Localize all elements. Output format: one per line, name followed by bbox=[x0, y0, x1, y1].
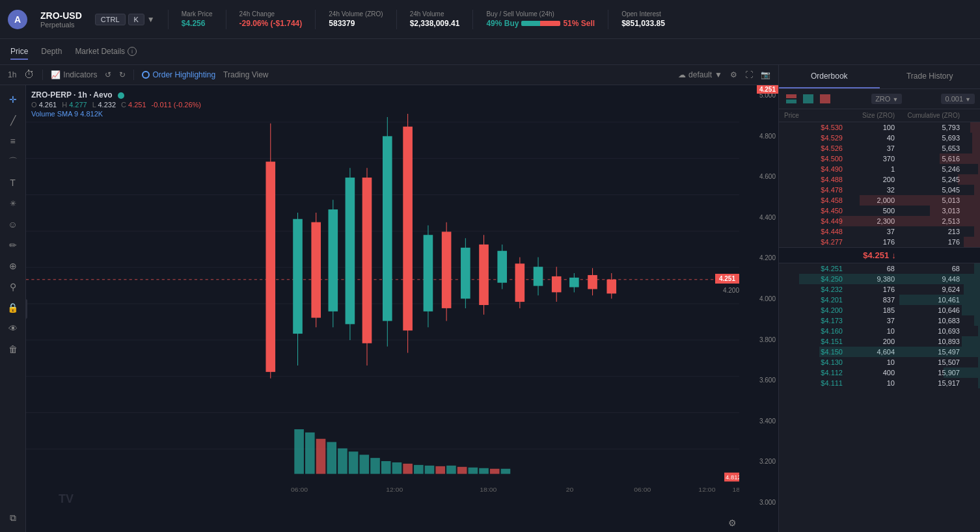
eye-tool[interactable]: 👁 bbox=[4, 319, 22, 338]
ask-row-10[interactable]: $4.4492,3002,513 bbox=[779, 216, 980, 226]
price-level-7: 3.800 bbox=[739, 336, 778, 343]
undo-button[interactable]: ↺ bbox=[105, 70, 111, 79]
ask-bar-12 bbox=[964, 237, 980, 247]
left-tools: ✛ ╱ ≡ ⌒ T ✳ ☺ ✏ ⊕ ⚲ 🔒 👁 🗑 ⧉ bbox=[0, 85, 26, 532]
camera-button[interactable]: 📷 bbox=[761, 70, 770, 79]
bid-row-12[interactable]: $4.1111015,917 bbox=[779, 378, 980, 388]
tab-price[interactable]: Price bbox=[10, 44, 28, 60]
svg-rect-38 bbox=[311, 222, 321, 318]
svg-rect-64 bbox=[552, 276, 562, 292]
ob-view-both[interactable] bbox=[784, 93, 798, 105]
bid-bar-8 bbox=[962, 336, 980, 347]
ohlc-title-row: ZRO-PERP · 1h · Aevo bbox=[31, 90, 201, 101]
tab-bar: Price Depth Market Details i bbox=[0, 39, 980, 65]
svg-rect-23 bbox=[425, 466, 435, 474]
bid-row-7[interactable]: $4.1601010,693 bbox=[779, 326, 980, 336]
zoom-tool[interactable]: ⊕ bbox=[4, 257, 22, 275]
svg-rect-24 bbox=[435, 466, 445, 474]
ask-bar-11 bbox=[974, 226, 980, 237]
chart-content: ZRO-PERP · 1h · Aevo O 4.261 H 4.277 L 4… bbox=[26, 85, 778, 532]
theme-chevron: ▼ bbox=[715, 70, 722, 79]
arc-tool[interactable]: ⌒ bbox=[4, 153, 22, 171]
emoji-tool[interactable]: ☺ bbox=[4, 215, 22, 233]
bid-row-2[interactable]: $4.2509,3809,448 bbox=[779, 274, 980, 284]
ask-row-2[interactable]: $4.529405,693 bbox=[779, 133, 980, 143]
svg-rect-26 bbox=[457, 467, 467, 474]
bid-row-1[interactable]: $4.2516868 bbox=[779, 263, 980, 274]
order-highlighting-button[interactable]: Order Highlighting bbox=[142, 70, 215, 79]
timeframe-icon[interactable]: ⏱ bbox=[24, 69, 34, 81]
ctrl-button[interactable]: CTRL bbox=[95, 14, 126, 25]
fullscreen-button[interactable]: ⛶ bbox=[745, 70, 753, 79]
ask-row-3[interactable]: $4.526375,653 bbox=[779, 143, 980, 153]
bid-row-11[interactable]: $4.11240015,907 bbox=[779, 367, 980, 378]
ob-rows[interactable]: $4.5301005,793 $4.529405,693 $4.526375,6… bbox=[779, 122, 980, 532]
ctrl-box[interactable]: CTRL K ▼ bbox=[95, 14, 155, 25]
svg-text:06:00: 06:00 bbox=[291, 486, 308, 493]
ob-symbol-filter[interactable]: ZRO ▼ bbox=[871, 94, 902, 104]
ask-bar-9 bbox=[930, 206, 980, 216]
bid-row-5[interactable]: $4.20018510,646 bbox=[779, 305, 980, 315]
tab-trade-history[interactable]: Trade History bbox=[880, 65, 981, 88]
ask-row-4[interactable]: $4.5003705,616 bbox=[779, 153, 980, 164]
ask-row-5[interactable]: $4.49015,246 bbox=[779, 164, 980, 174]
svg-rect-21 bbox=[403, 464, 413, 474]
brush-tool[interactable]: ✏ bbox=[4, 236, 22, 254]
ask-row-1[interactable]: $4.5301005,793 bbox=[779, 122, 980, 133]
bid-row-6[interactable]: $4.1733710,683 bbox=[779, 315, 980, 326]
bid-row-9[interactable]: $4.1504,60415,497 bbox=[779, 347, 980, 357]
svg-rect-66 bbox=[569, 278, 579, 287]
volume-sma: Volume SMA 9 4.812K bbox=[31, 110, 201, 118]
layers-tool[interactable]: ⧉ bbox=[4, 509, 22, 527]
magnet-tool[interactable]: ⚲ bbox=[4, 278, 22, 296]
redo-button[interactable]: ↻ bbox=[119, 70, 126, 79]
svg-rect-70 bbox=[606, 280, 616, 294]
symbol-chevron[interactable]: ▼ bbox=[147, 15, 155, 24]
bid-row-10[interactable]: $4.1301015,507 bbox=[779, 357, 980, 367]
line-tool[interactable]: ╱ bbox=[4, 111, 22, 129]
settings-button[interactable]: ⚙ bbox=[730, 70, 737, 79]
svg-rect-48 bbox=[403, 127, 413, 331]
tab-depth[interactable]: Depth bbox=[41, 44, 62, 60]
bid-row-8[interactable]: $4.15120010,893 bbox=[779, 336, 980, 347]
bid-bar-6 bbox=[974, 315, 980, 326]
chart-settings-icon[interactable]: ⚙ bbox=[728, 518, 737, 528]
tab-market-details[interactable]: Market Details i bbox=[75, 44, 137, 60]
ask-row-8[interactable]: $4.4582,0005,013 bbox=[779, 195, 980, 206]
pattern-tool[interactable]: ✳ bbox=[4, 194, 22, 213]
top-bar: A ZRO-USD Perpetuals CTRL K ▼ Mark Price… bbox=[0, 0, 980, 39]
ask-row-12[interactable]: $4.277176176 bbox=[779, 237, 980, 247]
bid-row-4[interactable]: $4.20183710,461 bbox=[779, 295, 980, 305]
delete-tool[interactable]: 🗑 bbox=[4, 340, 22, 358]
ask-row-7[interactable]: $4.478325,045 bbox=[779, 185, 980, 195]
ask-row-9[interactable]: $4.4505003,013 bbox=[779, 206, 980, 216]
theme-button[interactable]: ☁ default ▼ bbox=[678, 70, 722, 79]
ob-tick-size[interactable]: 0.001 ▼ bbox=[941, 94, 975, 104]
lock-tool[interactable]: 🔒 bbox=[4, 299, 22, 317]
svg-text:06:00: 06:00 bbox=[634, 486, 651, 493]
text-tool[interactable]: T bbox=[4, 174, 22, 192]
svg-rect-27 bbox=[469, 468, 478, 474]
indicators-button[interactable]: 📈 Indicators bbox=[51, 70, 97, 79]
candlestick-chart[interactable]: 4.812K bbox=[26, 85, 739, 493]
trading-view-button[interactable]: Trading View bbox=[223, 70, 268, 79]
svg-rect-18 bbox=[370, 458, 380, 473]
panel-tabs: Orderbook Trade History bbox=[779, 65, 980, 89]
ob-view-bids[interactable] bbox=[818, 93, 832, 105]
crosshair-tool[interactable]: ✛ bbox=[4, 90, 22, 109]
svg-rect-79 bbox=[786, 100, 796, 103]
ask-row-11[interactable]: $4.44837213 bbox=[779, 226, 980, 237]
stat-open-interest: Open Interest $851,033.85 bbox=[621, 10, 665, 28]
chart-toolbar: 1h ⏱ 📈 Indicators ↺ ↻ Order Highlighting… bbox=[0, 65, 778, 85]
tab-orderbook[interactable]: Orderbook bbox=[779, 65, 880, 88]
timeframe-button[interactable]: 1h bbox=[8, 70, 16, 79]
lines-tool[interactable]: ≡ bbox=[4, 132, 22, 150]
k-button[interactable]: K bbox=[128, 14, 144, 25]
info-icon: i bbox=[128, 47, 137, 56]
bid-row-3[interactable]: $4.2321769,624 bbox=[779, 284, 980, 295]
svg-rect-40 bbox=[328, 209, 338, 312]
ob-view-asks[interactable] bbox=[801, 93, 815, 105]
divider-1 bbox=[168, 10, 169, 29]
stat-24h-change: 24h Change -29.06% (-$1.744) bbox=[239, 10, 303, 28]
ask-row-6[interactable]: $4.4882005,245 bbox=[779, 174, 980, 185]
